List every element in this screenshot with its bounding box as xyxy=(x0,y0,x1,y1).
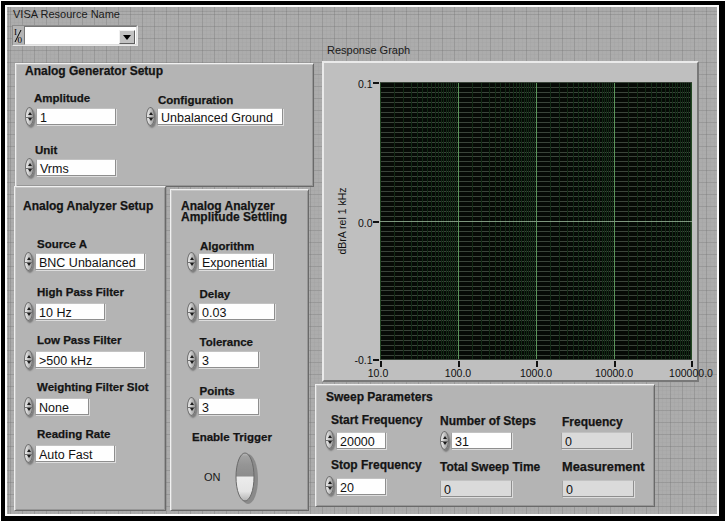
svg-text:0: 0 xyxy=(18,35,23,44)
